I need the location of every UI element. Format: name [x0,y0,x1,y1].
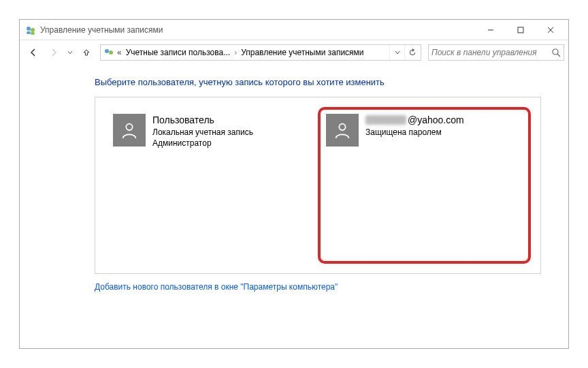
svg-line-11 [557,54,560,57]
history-dropdown[interactable] [65,43,76,62]
page-heading: Выберите пользователя, учетную запись ко… [95,77,541,87]
user-card[interactable]: Пользователь Локальная учетная запись Ад… [105,107,318,264]
breadcrumb-prefix: « [117,48,122,57]
svg-point-1 [31,28,35,32]
svg-point-13 [339,124,345,130]
user-account-type: Локальная учетная запись [152,127,253,138]
window-controls [476,20,566,40]
redacted-text [365,115,406,125]
avatar [113,114,146,147]
svg-point-12 [126,124,132,130]
user-card-highlighted[interactable]: @yahoo.com Защищена паролем [318,107,531,264]
user-name: Пользователь [152,114,253,127]
user-email-suffix: @yahoo.com [408,114,464,127]
search-box[interactable] [428,44,564,61]
chevron-right-icon: › [233,48,238,57]
search-icon [551,48,561,57]
forward-button[interactable] [44,43,63,62]
titlebar: Управление учетными записями [20,20,568,40]
svg-rect-5 [518,27,523,33]
svg-point-8 [105,49,109,53]
breadcrumb-seg-1[interactable]: Учетные записи пользова... [123,48,233,57]
user-role: Администратор [152,138,253,149]
window-frame: Управление учетными записями [19,19,569,349]
add-user-link[interactable]: Добавить нового пользователя в окне "Пар… [95,282,541,292]
search-input[interactable] [431,48,549,57]
breadcrumb-seg-2[interactable]: Управление учетными записями [238,48,366,57]
user-name: @yahoo.com [365,114,464,127]
navbar: « Учетные записи пользова... › Управлени… [20,40,568,65]
svg-point-9 [109,50,113,55]
address-bar[interactable]: « Учетные записи пользова... › Управлени… [100,44,421,61]
svg-point-10 [553,49,558,55]
svg-rect-2 [27,31,31,34]
user-accounts-icon [103,47,114,58]
up-button[interactable] [77,43,96,62]
svg-rect-3 [31,32,35,35]
user-info: Пользователь Локальная учетная запись Ад… [152,114,253,149]
user-list-panel: Пользователь Локальная учетная запись Ад… [95,97,541,274]
back-button[interactable] [24,43,43,62]
maximize-button[interactable] [506,20,536,40]
svg-point-0 [27,27,31,31]
user-protection-status: Защищена паролем [365,127,464,138]
window-title: Управление учетными записями [40,25,476,35]
address-dropdown[interactable] [389,45,404,60]
refresh-button[interactable] [404,45,419,60]
close-button[interactable] [536,20,566,40]
avatar [326,114,359,147]
content-area: Выберите пользователя, учетную запись ко… [20,65,568,348]
minimize-button[interactable] [476,20,506,40]
user-info: @yahoo.com Защищена паролем [365,114,464,138]
user-accounts-icon [25,25,36,35]
